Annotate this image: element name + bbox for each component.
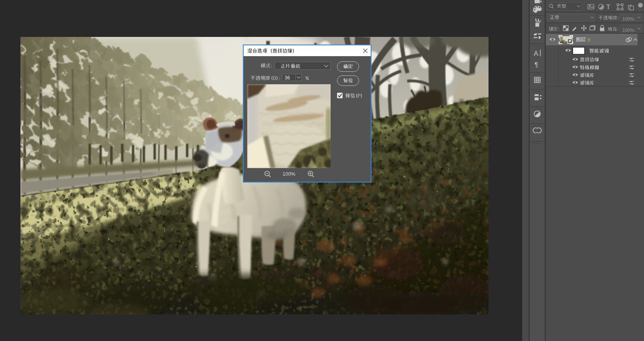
- svg-text:A: A: [534, 50, 538, 57]
- svg-text:T: T: [606, 4, 610, 10]
- svg-text:¶: ¶: [535, 61, 538, 68]
